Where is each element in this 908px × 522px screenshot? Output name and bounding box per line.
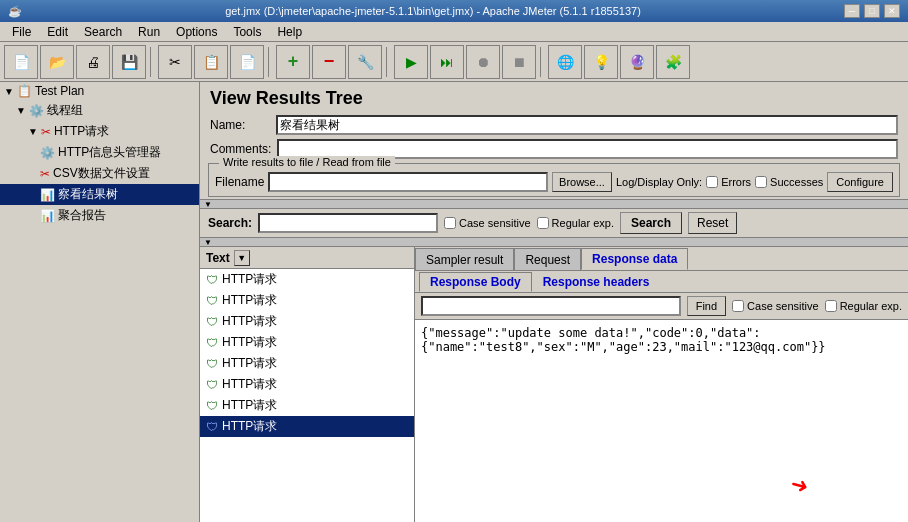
right-panel: View Results Tree Name: Comments: Write …: [200, 82, 908, 522]
find-regular-exp-area[interactable]: Regular exp.: [825, 300, 902, 312]
search-label: Search:: [208, 216, 252, 230]
configure-button[interactable]: Configure: [827, 172, 893, 192]
tree-node-threadgroup[interactable]: ▼ ⚙️ 线程组: [0, 100, 199, 121]
list-item-selected[interactable]: 🛡 HTTP请求: [200, 416, 414, 437]
toolbar-copy[interactable]: 📋: [194, 45, 228, 79]
search-button[interactable]: Search: [620, 212, 682, 234]
menu-options[interactable]: Options: [168, 23, 225, 41]
successes-checkbox[interactable]: [755, 176, 767, 188]
tree-node-http[interactable]: ▼ ✂ HTTP请求: [0, 121, 199, 142]
toolbar-stop[interactable]: ⏺: [466, 45, 500, 79]
successes-checkbox-area[interactable]: Successes: [755, 176, 823, 188]
close-button[interactable]: ✕: [884, 4, 900, 18]
find-button[interactable]: Find: [687, 296, 726, 316]
shield-icon-6: 🛡: [206, 378, 218, 392]
tree-node-csv[interactable]: ✂ CSV数据文件设置: [0, 163, 199, 184]
find-case-sensitive-checkbox[interactable]: [732, 300, 744, 312]
toolbar-save[interactable]: 💾: [112, 45, 146, 79]
regular-exp-checkbox[interactable]: [537, 217, 549, 229]
list-item[interactable]: 🛡 HTTP请求: [200, 353, 414, 374]
menu-edit[interactable]: Edit: [39, 23, 76, 41]
toolbar-open[interactable]: 📂: [40, 45, 74, 79]
sub-tabs: Response Body Response headers: [415, 271, 908, 293]
log-display-label: Log/Display Only:: [616, 176, 702, 188]
testplan-label: Test Plan: [35, 84, 84, 98]
case-sensitive-checkbox[interactable]: [444, 217, 456, 229]
tab-response-data[interactable]: Response data: [581, 248, 688, 270]
left-panel: ▼ 📋 Test Plan ▼ ⚙️ 线程组 ▼ ✂ HTTP请求 ⚙️ HTT…: [0, 82, 200, 522]
toolbar-separator-4: [540, 47, 544, 77]
list-items: 🛡 HTTP请求 🛡 HTTP请求 🛡 HTTP请求 🛡 HTTP请求: [200, 269, 414, 522]
menu-run[interactable]: Run: [130, 23, 168, 41]
filename-input[interactable]: [268, 172, 548, 192]
find-case-sensitive-area[interactable]: Case sensitive: [732, 300, 819, 312]
find-input[interactable]: [421, 296, 681, 316]
sub-tab-response-headers[interactable]: Response headers: [532, 272, 661, 292]
toolbar-new[interactable]: 📄: [4, 45, 38, 79]
toolbar-print[interactable]: 🖨: [76, 45, 110, 79]
errors-checkbox[interactable]: [706, 176, 718, 188]
toolbar-add[interactable]: +: [276, 45, 310, 79]
case-sensitive-area[interactable]: Case sensitive: [444, 217, 531, 229]
list-item[interactable]: 🛡 HTTP请求: [200, 290, 414, 311]
toolbar-remove[interactable]: −: [312, 45, 346, 79]
list-item[interactable]: 🛡 HTTP请求: [200, 395, 414, 416]
toolbar-help[interactable]: 💡: [584, 45, 618, 79]
toolbar-remote[interactable]: 🌐: [548, 45, 582, 79]
menu-file[interactable]: File: [4, 23, 39, 41]
aggregate-icon: 📊: [40, 209, 55, 223]
testplan-icon: 📋: [17, 84, 32, 98]
toolbar-cut[interactable]: ✂: [158, 45, 192, 79]
list-item[interactable]: 🛡 HTTP请求: [200, 311, 414, 332]
tree-node-header-manager[interactable]: ⚙️ HTTP信息头管理器: [0, 142, 199, 163]
sub-tab-response-body[interactable]: Response Body: [419, 272, 532, 292]
name-input[interactable]: [276, 115, 898, 135]
toolbar-stop-now[interactable]: ⏹: [502, 45, 536, 79]
csv-label: CSV数据文件设置: [53, 165, 150, 182]
title-bar-icon: ☕: [8, 5, 22, 18]
regular-exp-area[interactable]: Regular exp.: [537, 217, 614, 229]
list-item-label-3: HTTP请求: [222, 313, 277, 330]
menu-search[interactable]: Search: [76, 23, 130, 41]
toolbar-run[interactable]: ▶: [394, 45, 428, 79]
find-regular-exp-label: Regular exp.: [840, 300, 902, 312]
divider-2: ▼: [200, 237, 908, 247]
shield-icon-2: 🛡: [206, 294, 218, 308]
menu-tools[interactable]: Tools: [225, 23, 269, 41]
csv-icon: ✂: [40, 167, 50, 181]
name-label: Name:: [210, 118, 270, 132]
reset-button[interactable]: Reset: [688, 212, 737, 234]
tab-sampler-result[interactable]: Sampler result: [415, 248, 514, 270]
list-item[interactable]: 🛡 HTTP请求: [200, 332, 414, 353]
divider-arrow-2: ▼: [204, 238, 212, 247]
tree-node-aggregate[interactable]: 📊 聚合报告: [0, 205, 199, 226]
list-item-label-1: HTTP请求: [222, 271, 277, 288]
tree-node-testplan[interactable]: ▼ 📋 Test Plan: [0, 82, 199, 100]
file-row: Filename Browse... Log/Display Only: Err…: [215, 172, 893, 192]
tab-request[interactable]: Request: [514, 248, 581, 270]
toolbar-extra1[interactable]: 🔮: [620, 45, 654, 79]
toolbar-run-all[interactable]: ⏭: [430, 45, 464, 79]
browse-button[interactable]: Browse...: [552, 172, 612, 192]
toolbar-settings[interactable]: 🔧: [348, 45, 382, 79]
find-regular-exp-checkbox[interactable]: [825, 300, 837, 312]
divider-1: ▼: [200, 199, 908, 209]
menu-help[interactable]: Help: [269, 23, 310, 41]
list-item[interactable]: 🛡 HTTP请求: [200, 374, 414, 395]
minimize-button[interactable]: ─: [844, 4, 860, 18]
list-item[interactable]: 🛡 HTTP请求: [200, 269, 414, 290]
tree-node-results-tree[interactable]: 📊 察看结果树: [0, 184, 199, 205]
shield-icon-3: 🛡: [206, 315, 218, 329]
toggle-icon: ▼: [4, 86, 14, 97]
list-item-label-8: HTTP请求: [222, 418, 277, 435]
menu-bar: File Edit Search Run Options Tools Help: [0, 22, 908, 42]
find-case-sensitive-label: Case sensitive: [747, 300, 819, 312]
errors-checkbox-area[interactable]: Errors: [706, 176, 751, 188]
list-dropdown-button[interactable]: ▼: [234, 250, 250, 266]
maximize-button[interactable]: □: [864, 4, 880, 18]
toolbar-paste[interactable]: 📄: [230, 45, 264, 79]
main-layout: ▼ 📋 Test Plan ▼ ⚙️ 线程组 ▼ ✂ HTTP请求 ⚙️ HTT…: [0, 82, 908, 522]
search-input[interactable]: [258, 213, 438, 233]
toolbar-extra2[interactable]: 🧩: [656, 45, 690, 79]
shield-icon-7: 🛡: [206, 399, 218, 413]
